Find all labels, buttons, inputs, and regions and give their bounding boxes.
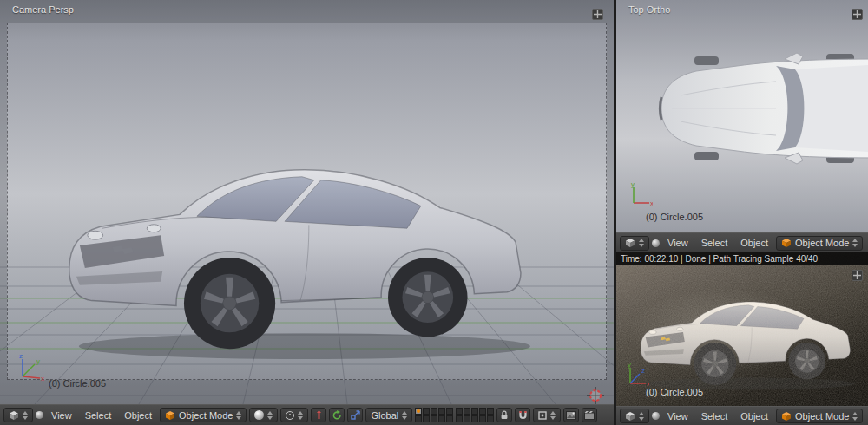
render-preview-viewport[interactable]: Time: 00:22.10 | Done | Path Tracing Sam… [616,252,868,406]
mode-dropdown-label: Object Mode [795,411,849,422]
orientation-dropdown[interactable]: Global [365,408,412,422]
svg-text:y: y [631,180,635,188]
svg-text:z: z [19,352,23,360]
axis-gizmo: x z y [16,352,45,383]
render-status-text: Time: 00:22.10 | Done | Path Tracing Sam… [621,254,818,264]
car-top-view[interactable] [654,43,868,175]
orientation-label: Global [371,410,398,421]
layer-cell[interactable] [464,415,470,422]
layer-cell[interactable] [415,415,422,422]
left-pane: Camera Persp (0) Circle.005 x z y [0,0,614,425]
viewport-view-label: Camera Persp [12,4,74,15]
object-mode-icon [165,410,175,421]
layer-cell[interactable] [479,415,486,422]
lock-icon[interactable] [496,408,512,422]
layer-cell[interactable] [456,415,463,422]
object-mode-icon [781,238,792,248]
menu-view[interactable]: View [662,236,694,250]
region-expand-icon[interactable] [592,9,603,20]
viewport-view-label: Top Ortho [628,4,670,15]
menu-view[interactable]: View [46,409,77,422]
layer-cell[interactable] [446,415,453,422]
layer-cell[interactable] [431,415,437,422]
editor-type-selector[interactable] [620,236,649,251]
active-object-label: (0) Circle.005 [49,378,106,389]
mode-dropdown[interactable]: Object Mode [160,408,247,422]
menu-object[interactable]: Object [735,236,773,250]
header-options-icon[interactable] [36,411,43,419]
snap-element-dropdown[interactable] [533,408,561,422]
layer-cell[interactable] [438,415,445,422]
car-model[interactable] [50,146,533,369]
snap-magnet-icon[interactable] [515,408,530,422]
mode-dropdown-label: Object Mode [179,410,233,421]
render-viewport-header: View Select Object Object Mode [616,406,868,425]
manipulator-scale-icon[interactable] [347,408,363,422]
top-ortho-viewport[interactable]: Top Ortho (0) Circle.005 x y [616,0,868,232]
rendered-car [632,291,856,395]
layer-cell[interactable] [456,408,463,415]
layer-cell[interactable] [487,408,494,415]
editor-3dview-icon [625,411,635,422]
menu-select[interactable]: Select [696,236,733,250]
manipulator-rotate-icon[interactable] [329,408,345,422]
region-expand-icon[interactable] [852,270,863,281]
editor-selector-arrows [23,411,28,420]
camera-viewport[interactable]: Camera Persp (0) Circle.005 x z y [0,0,614,404]
layers-widget[interactable] [415,408,494,422]
layer-cell[interactable] [431,408,437,415]
svg-text:x: x [41,375,44,382]
layer-cell[interactable] [446,408,453,415]
header-options-icon[interactable] [652,239,660,247]
axis-gizmo: x y [627,180,653,210]
layer-cell[interactable] [479,408,486,415]
menu-select[interactable]: Select [80,409,117,422]
layer-cell[interactable] [438,408,445,415]
pivot-center-dropdown[interactable] [280,408,308,422]
active-object-label: (0) Circle.005 [646,212,703,222]
render-opengl-anim-icon[interactable] [582,408,597,422]
layer-cell[interactable] [464,408,470,415]
manipulator-translate-icon[interactable] [311,408,326,422]
viewport-shading-dropdown[interactable] [249,408,278,422]
right-pane: Top Ortho (0) Circle.005 x y View Select… [616,0,868,425]
editor-type-selector[interactable] [620,409,649,423]
layer-cell[interactable] [423,408,430,415]
pivot-icon [286,411,294,420]
shading-sphere-icon [254,410,264,420]
layer-cell[interactable] [415,408,422,415]
camera-viewport-header: View Select Object Object Mode [0,404,614,425]
menu-object[interactable]: Object [119,409,157,422]
mode-dropdown[interactable]: Object Mode [776,409,863,423]
svg-text:y: y [36,357,40,365]
3d-cursor [587,387,604,404]
mode-dropdown[interactable]: Object Mode [776,236,863,251]
menu-object[interactable]: Object [735,409,773,423]
editor-3dview-icon [625,238,635,248]
svg-text:x: x [650,199,653,207]
mode-dropdown-label: Object Mode [795,238,849,248]
top-ortho-header: View Select Object Object Mode [616,232,868,252]
header-options-icon[interactable] [652,412,660,420]
layer-cell[interactable] [471,408,478,415]
layer-cell[interactable] [471,415,478,422]
menu-view[interactable]: View [662,409,694,423]
menu-select[interactable]: Select [696,409,733,423]
render-opengl-image-icon[interactable] [563,408,579,422]
render-status-bar: Time: 00:22.10 | Done | Path Tracing Sam… [616,252,868,265]
editor-3dview-icon [9,410,19,421]
editor-type-selector[interactable] [3,408,33,422]
object-mode-icon [781,411,792,422]
layer-cell[interactable] [423,415,430,422]
active-object-label: (0) Circle.005 [646,387,703,397]
layer-cell[interactable] [487,415,494,422]
snap-element-icon [538,411,547,420]
region-expand-icon[interactable] [852,9,863,20]
